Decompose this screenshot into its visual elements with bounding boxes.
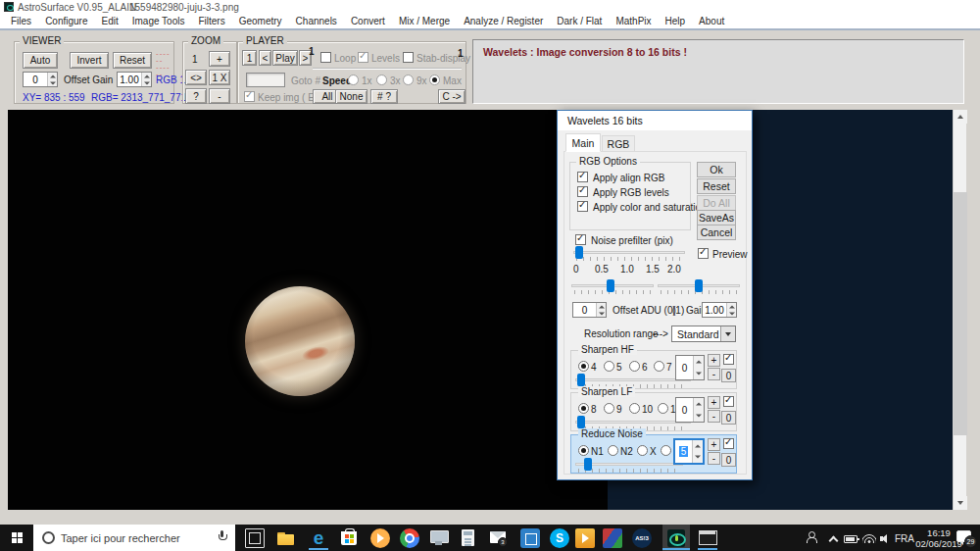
zoom-in-button[interactable]: +: [209, 51, 230, 67]
battery-icon[interactable]: [844, 535, 858, 543]
reduce-noise-slider[interactable]: [575, 459, 683, 473]
sharpen-lf-10-radio[interactable]: [629, 403, 640, 414]
reduce-noise-n1-radio[interactable]: [578, 445, 589, 456]
gain-spinner[interactable]: 1.00: [702, 302, 737, 318]
sharpen-lf-11-radio[interactable]: [658, 403, 668, 414]
media-player-icon[interactable]: [370, 528, 390, 548]
task-view-icon[interactable]: [245, 528, 265, 548]
apply-rgb-levels-checkbox[interactable]: [577, 186, 588, 197]
microsoft-store-icon[interactable]: [341, 531, 357, 545]
menu-analyze-register[interactable]: Analyze / Register: [457, 16, 550, 26]
player-loop-checkbox[interactable]: [320, 52, 331, 63]
black-level-slider-thumb[interactable]: [607, 279, 614, 292]
sharpen-lf-arrows[interactable]: [693, 398, 704, 422]
preview-checkbox[interactable]: [698, 248, 709, 259]
scrollbar-thumb[interactable]: [954, 192, 967, 435]
player-first-button[interactable]: 1: [242, 50, 257, 66]
white-level-slider[interactable]: [658, 280, 740, 294]
sharpen-lf-9-radio[interactable]: [604, 403, 614, 414]
gain-arrows[interactable]: [726, 303, 736, 317]
player-speed-max-radio[interactable]: [429, 75, 440, 85]
player-levels-checkbox[interactable]: [358, 52, 368, 63]
vertical-scrollbar[interactable]: [953, 110, 966, 510]
player-position-track[interactable]: [313, 68, 462, 70]
wifi-icon[interactable]: [862, 532, 876, 543]
cancel-button[interactable]: Cancel: [697, 225, 736, 240]
reduce-noise-arrows[interactable]: [692, 440, 703, 463]
viewer-gain-arrows[interactable]: [141, 73, 151, 86]
menu-geometry[interactable]: Geometry: [232, 16, 289, 26]
sharpen-lf-minus-button[interactable]: -: [708, 410, 720, 423]
people-icon[interactable]: [806, 531, 817, 543]
reduce-noise-enable-checkbox[interactable]: [723, 438, 734, 449]
sharpen-hf-enable-checkbox[interactable]: [723, 354, 734, 365]
scroll-down-button[interactable]: [954, 496, 967, 510]
video-app-icon[interactable]: [575, 528, 595, 548]
sharpen-hf-spinner[interactable]: 0: [675, 355, 705, 380]
sharpen-lf-8-radio[interactable]: [578, 403, 589, 414]
dropdown-arrow-icon[interactable]: [720, 326, 735, 341]
offset-adu-spinner[interactable]: 0: [572, 302, 607, 318]
menu-mathpix[interactable]: MathPix: [609, 16, 658, 26]
menu-edit[interactable]: Edit: [94, 16, 124, 26]
reduce-noise-xx-radio[interactable]: [661, 445, 671, 456]
noise-prefilter-slider[interactable]: [573, 247, 685, 261]
player-speed-1x-radio[interactable]: [348, 75, 359, 85]
zoom-help-button[interactable]: ?: [185, 88, 207, 104]
viewer-gain-spinner[interactable]: 1.00: [117, 72, 152, 87]
astrosurface-taskbar-button[interactable]: [662, 525, 690, 551]
microphone-icon[interactable]: [219, 530, 225, 540]
sharpen-hf-slider-thumb[interactable]: [577, 374, 585, 386]
skype-icon[interactable]: S: [550, 528, 569, 548]
menu-convert[interactable]: Convert: [344, 16, 392, 26]
player-none-button[interactable]: None: [335, 89, 368, 104]
player-c-button[interactable]: C ->: [438, 89, 466, 104]
sharpen-lf-spinner[interactable]: 0: [675, 397, 705, 423]
taskbar-search[interactable]: Taper ici pour rechercher: [33, 525, 235, 551]
wavelets-dialog-titlebar[interactable]: Wavelets 16 bits: [558, 111, 752, 130]
menu-mix-merge[interactable]: Mix / Merge: [392, 16, 457, 26]
display-app-icon[interactable]: [429, 530, 449, 550]
player-stab-checkbox[interactable]: [403, 52, 414, 63]
reduce-noise-n2-radio[interactable]: [608, 445, 618, 456]
scroll-up-button[interactable]: [954, 110, 967, 124]
viewer-offset-spinner[interactable]: 0: [23, 72, 58, 87]
zoom-1x-button[interactable]: 1 X: [209, 70, 230, 85]
player-hash-button[interactable]: # ?: [370, 89, 398, 104]
reduce-noise-minus-button[interactable]: -: [708, 452, 720, 465]
screen-capture-icon[interactable]: [520, 528, 540, 548]
tab-main[interactable]: Main: [565, 133, 601, 152]
edge-browser-icon[interactable]: e: [309, 528, 328, 548]
white-level-slider-thumb[interactable]: [695, 279, 703, 292]
apply-color-saturation-checkbox[interactable]: [577, 201, 588, 212]
file-explorer-icon[interactable]: [277, 532, 297, 551]
viewer-invert-button[interactable]: Invert: [70, 52, 109, 69]
noise-prefilter-checkbox[interactable]: [575, 234, 586, 245]
ok-button[interactable]: Ok: [697, 162, 736, 177]
sharpen-hf-5-radio[interactable]: [604, 361, 614, 372]
do-all-button[interactable]: Do All: [697, 195, 736, 211]
console-window-icon[interactable]: [698, 530, 717, 550]
sharpen-hf-minus-button[interactable]: -: [708, 368, 720, 380]
autostakkert-icon[interactable]: AS!3: [632, 528, 652, 548]
reduce-noise-spinner[interactable]: 5: [673, 438, 705, 465]
menu-about[interactable]: About: [692, 16, 731, 26]
zoom-out-button[interactable]: -: [209, 88, 230, 104]
window-titlebar[interactable]: AstroSurface V0.95_ALAIN 1559482980-juju…: [0, 0, 980, 14]
reduce-noise-zero-button[interactable]: 0: [721, 453, 736, 467]
mail-icon[interactable]: 3: [489, 528, 509, 548]
reduce-noise-x-radio[interactable]: [637, 445, 648, 456]
zoom-fit-button[interactable]: <>: [185, 70, 207, 85]
player-goto-input[interactable]: [246, 73, 285, 87]
apply-align-rgb-checkbox[interactable]: [577, 172, 588, 182]
sharpen-lf-enable-checkbox[interactable]: [723, 396, 734, 407]
menu-help[interactable]: Help: [659, 16, 693, 26]
sharpen-hf-6-radio[interactable]: [629, 361, 640, 372]
sharpen-hf-plus-button[interactable]: +: [708, 354, 720, 367]
sharpen-lf-plus-button[interactable]: +: [708, 396, 720, 409]
speaker-icon[interactable]: [880, 534, 890, 543]
menu-dark-flat[interactable]: Dark / Flat: [550, 16, 609, 26]
viewer-offset-arrows[interactable]: [47, 73, 57, 86]
start-button[interactable]: [0, 525, 33, 551]
player-prev-button[interactable]: <: [259, 50, 271, 66]
